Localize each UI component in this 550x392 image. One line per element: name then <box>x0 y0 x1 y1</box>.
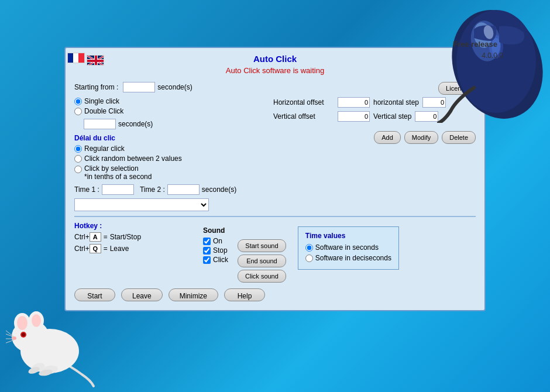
rat-decoration <box>6 281 99 392</box>
time-values-box: Time values Software in seconds Software… <box>298 226 399 270</box>
sound-click-label: Click <box>213 256 228 264</box>
hotkey1-sep: = <box>104 233 108 241</box>
horizontal-offset-input[interactable] <box>338 97 370 108</box>
click-sound-button[interactable]: Click sound <box>238 270 286 283</box>
sound-stop-checkbox[interactable] <box>203 247 211 255</box>
time-unit: seconde(s) <box>202 185 236 194</box>
tv-seconds-radio[interactable] <box>305 244 313 252</box>
hotkey1-modifier: Ctrl+ <box>74 233 90 241</box>
random-click-radio[interactable] <box>74 155 82 163</box>
single-click-label: Single click <box>84 97 119 105</box>
single-click-radio[interactable] <box>74 98 82 105</box>
delete-button[interactable]: Delete <box>442 131 476 144</box>
mouse-svg <box>404 0 550 123</box>
double-click-radio[interactable] <box>74 108 82 115</box>
version-label: 4.0.0.0 <box>482 51 503 60</box>
svg-point-14 <box>22 333 25 336</box>
time2-input[interactable] <box>167 184 200 195</box>
second-input[interactable] <box>84 119 116 129</box>
regular-click-radio[interactable] <box>74 145 82 153</box>
language-flags <box>67 53 104 67</box>
tv-deciseconds-label: Software in deciseconds <box>315 254 391 262</box>
sound-click-checkbox[interactable] <box>203 256 211 264</box>
selection-dropdown[interactable] <box>74 198 209 211</box>
help-button[interactable]: Help <box>224 288 265 301</box>
svg-point-1 <box>456 10 536 113</box>
starting-from-label: Starting from : <box>74 83 118 91</box>
selection-click-label: Click by selection*in tenths of a second <box>84 164 152 181</box>
selection-click-radio[interactable] <box>74 166 82 173</box>
double-click-label: Double Click <box>84 107 123 115</box>
vertical-offset-input[interactable] <box>338 111 370 122</box>
rat-svg <box>6 281 99 392</box>
tv-seconds-label: Software in seconds <box>315 243 379 252</box>
hotkey2-sep: = <box>104 245 108 253</box>
hotkey-title: Hotkey : <box>74 222 191 230</box>
modify-button[interactable]: Modify <box>404 131 438 144</box>
leave-button[interactable]: Leave <box>121 288 163 301</box>
hotkey2-action: Leave <box>110 245 129 253</box>
mouse-decoration <box>404 0 550 123</box>
hotkey2-modifier: Ctrl+ <box>74 245 90 253</box>
tv-deciseconds-radio[interactable] <box>305 255 313 262</box>
sound-on-checkbox[interactable] <box>203 238 211 245</box>
add-button[interactable]: Add <box>374 131 401 144</box>
svg-rect-32 <box>87 60 104 62</box>
starting-from-unit: seconde(s) <box>157 83 192 91</box>
starting-from-input[interactable] <box>123 82 155 92</box>
svg-point-10 <box>17 316 28 330</box>
start-sound-button[interactable]: Start sound <box>238 239 286 252</box>
time-values-title: Time values <box>305 232 391 240</box>
second-unit: seconde(s) <box>118 120 153 128</box>
hotkey2-key: Q <box>90 244 101 253</box>
end-sound-button[interactable]: End sound <box>238 255 286 267</box>
time1-label: Time 1 : <box>74 185 99 194</box>
hotkey1-action: Start/Stop <box>110 233 141 241</box>
minimize-button[interactable]: Minimize <box>169 288 218 301</box>
hotkey1-key: A <box>90 232 101 242</box>
vertical-offset-label: Vertical offset <box>273 112 338 121</box>
french-flag[interactable] <box>67 53 85 63</box>
sound-stop-label: Stop <box>213 246 228 255</box>
time2-label: Time 2 : <box>140 185 165 194</box>
regular-click-label: Regular click <box>84 145 125 153</box>
delai-title: Délai du clic <box>74 134 262 142</box>
free-release-label: Free release <box>453 40 497 49</box>
sound-on-label: On <box>213 237 222 245</box>
random-click-label: Click random between 2 values <box>84 154 182 163</box>
english-flag[interactable] <box>87 55 104 66</box>
time1-input[interactable] <box>102 184 134 195</box>
sound-title: Sound <box>203 226 286 235</box>
svg-point-12 <box>32 314 41 327</box>
horizontal-offset-label: Horizontal offset <box>273 98 338 106</box>
